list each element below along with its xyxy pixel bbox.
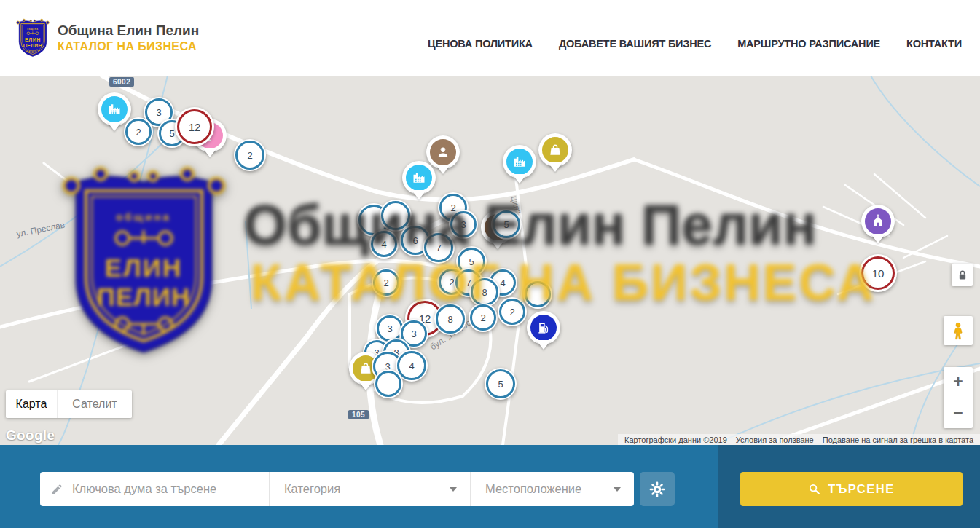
search-button-label: ТЪРСЕНЕ [828,482,894,496]
site-subtitle: КАТАЛОГ НА БИЗНЕСА [58,39,199,54]
worker-icon [436,145,450,159]
road-number-badge: 6002 [109,77,134,87]
site-logo[interactable]: Община Елин Пелин КАТАЛОГ НА БИЗНЕСА [15,15,199,61]
advanced-options-button[interactable] [640,472,675,506]
category-select-label: Категория [284,482,340,496]
map-marker-cluster[interactable]: 5 [485,368,517,400]
map-marker-cluster[interactable]: 12 [175,107,214,146]
map-marker-factory-pin[interactable] [503,145,536,191]
keyword-field [40,472,269,506]
report-error-link[interactable]: Подаване на сигнал за грешка в картата [818,436,978,444]
google-map[interactable]: 6002 105 ул. Преслав бул. „Новосел ция“ … [0,76,980,445]
map-marker-church-pin[interactable] [861,205,895,251]
map-type-control: Карта Сателит [6,390,132,418]
location-select[interactable]: Местоположение [470,472,634,506]
map-marker-cluster[interactable] [374,369,403,398]
zoom-out-button[interactable]: − [944,398,973,429]
factory-icon [512,154,527,169]
main-nav: ЦЕНОВА ПОЛИТИКА ДОБАВЕТЕ ВАШИЯТ БИЗНЕС М… [428,38,962,50]
search-bar: Категория Местоположение [0,445,980,528]
map-marker-cluster[interactable]: 2 [124,117,153,146]
pencil-icon [50,483,63,496]
fuel-icon [536,320,551,335]
gear-icon [648,481,666,498]
chevron-down-icon [614,487,621,492]
terms-link[interactable]: Условия за ползване [732,436,818,444]
location-select-label: Местоположение [485,482,581,496]
search-button[interactable]: ТЪРСЕНЕ [740,472,963,506]
site-title: Община Елин Пелин [58,22,199,39]
google-logo[interactable]: Google [6,427,55,444]
map-marker-bag-pin[interactable] [538,133,572,179]
church-icon [871,214,885,229]
business-catalog-app: Община Елин Пелин КАТАЛОГ НА БИЗНЕСА ЦЕН… [0,0,980,528]
satellite-view-button[interactable]: Сателит [57,390,132,418]
zoom-control: + − [944,367,973,428]
nav-item-pricing[interactable]: ЦЕНОВА ПОЛИТИКА [428,38,533,50]
pegman-icon [949,320,968,341]
bag-icon [358,361,373,376]
zoom-in-button[interactable]: + [944,367,973,398]
bag-icon [548,143,562,157]
search-fields-group: Категория Местоположение [40,472,634,506]
factory-icon [107,102,122,117]
category-select[interactable]: Категория [269,472,470,506]
road-number-badge: 105 [348,410,369,419]
municipality-crest-icon [15,15,51,61]
watermark-title: Община Елин Пелин [243,192,817,257]
watermark-subtitle: КАТАЛОГ НА БИЗНЕСА [251,253,876,312]
lock-icon [955,268,970,283]
search-icon [808,483,820,495]
map-attribution: Картографски данни ©2019 Условия за полз… [618,434,980,445]
factory-icon [412,170,426,185]
chevron-down-icon [450,487,457,492]
lock-button[interactable] [952,264,973,286]
nav-item-contacts[interactable]: КОНТАКТИ [906,38,962,50]
map-copyright: Картографски данни ©2019 [620,436,732,444]
map-marker-cluster[interactable]: 2 [234,139,266,171]
nav-item-bus-schedule[interactable]: МАРШРУТНО РАЗПИСАНИЕ [737,38,880,50]
pegman-button[interactable] [944,316,973,345]
header: Община Елин Пелин КАТАЛОГ НА БИЗНЕСА ЦЕН… [0,0,980,76]
nav-item-add-business[interactable]: ДОБАВЕТЕ ВАШИЯТ БИЗНЕС [559,38,711,50]
map-marker-fuel-pin[interactable] [527,311,560,357]
map-view-button[interactable]: Карта [6,390,57,418]
keyword-search-input[interactable] [71,481,248,497]
watermark-crest [55,157,233,364]
